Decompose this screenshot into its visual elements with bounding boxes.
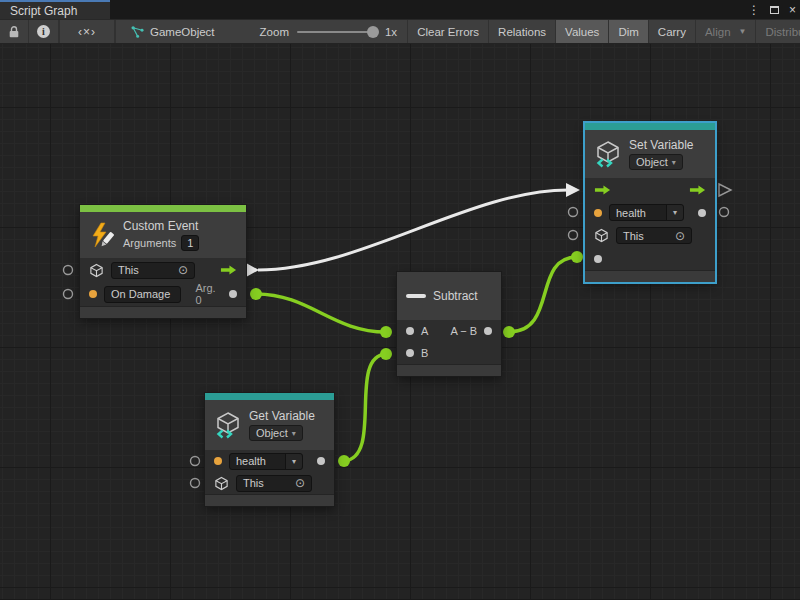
button-label: Carry: [658, 26, 686, 38]
subtract-icon: [406, 294, 426, 298]
variable-icon: [594, 140, 622, 168]
variable-scope-dropdown[interactable]: Object ▾: [249, 425, 303, 441]
value-wire-subtract-to-set[interactable]: [509, 257, 577, 332]
code-icon: ‹×›: [78, 25, 96, 39]
variable-name-dropdown[interactable]: health ▾: [229, 453, 303, 470]
outer-port[interactable]: [569, 208, 578, 217]
variable-target-field[interactable]: This ⊙: [236, 475, 312, 492]
info-button[interactable]: i: [29, 20, 59, 43]
node-title: Custom Event: [123, 219, 199, 233]
graph-toolbar: i ‹×› GameObject Zoom 1x Clear Errors Re…: [0, 19, 800, 44]
field-value: On Damage: [111, 288, 170, 300]
node-get-variable[interactable]: Get Variable Object ▾ health ▾: [205, 393, 334, 506]
arguments-label: Arguments: [123, 237, 176, 249]
chevron-down-icon: ▾: [672, 158, 676, 167]
lock-icon: [8, 25, 20, 39]
output-label: A − B: [450, 325, 477, 337]
outer-port[interactable]: [569, 231, 578, 240]
value-output-port[interactable]: [317, 457, 325, 465]
relations-button[interactable]: Relations: [489, 20, 556, 43]
zoom-slider[interactable]: [297, 31, 377, 33]
value-wire-arg-to-a[interactable]: [256, 294, 386, 332]
variable-scope-dropdown[interactable]: Object ▾: [629, 154, 683, 170]
maximize-icon[interactable]: [770, 6, 779, 14]
edit-graph-button[interactable]: ‹×›: [60, 20, 115, 43]
field-value: This: [623, 230, 644, 242]
outer-port[interactable]: [64, 290, 73, 299]
node-colorbar: [205, 393, 334, 400]
value-output-port[interactable]: [698, 209, 706, 217]
field-value: This: [118, 264, 139, 276]
zoom-slider-knob[interactable]: [367, 26, 379, 38]
input-a-label: A: [421, 325, 428, 337]
button-label: Distribute: [765, 26, 800, 38]
zoom-control: Zoom 1x: [250, 20, 409, 43]
node-footer: [80, 306, 246, 318]
event-target-field[interactable]: This ⊙: [111, 262, 195, 279]
zoom-value: 1x: [385, 26, 397, 38]
node-footer: [397, 364, 501, 376]
menu-icon[interactable]: ⋮: [748, 4, 760, 16]
variable-name-dropdown[interactable]: health ▾: [609, 204, 684, 221]
arg0-output-port[interactable]: [229, 290, 237, 298]
gameobject-cube-icon: [89, 263, 104, 278]
arg0-label: Arg. 0: [195, 282, 222, 306]
graph-target-button[interactable]: GameObject: [116, 20, 224, 43]
values-button[interactable]: Values: [556, 20, 609, 43]
outer-port[interactable]: [191, 479, 200, 488]
graph-canvas[interactable]: Custom Event Arguments 1 This ⊙: [0, 44, 800, 599]
flow-wire[interactable]: [258, 190, 568, 270]
clear-errors-button[interactable]: Clear Errors: [408, 20, 489, 43]
field-value: health: [230, 454, 272, 468]
wire-endpoint: [571, 251, 583, 263]
arguments-count-field[interactable]: 1: [181, 235, 199, 251]
lock-button[interactable]: [0, 20, 29, 43]
outer-port[interactable]: [720, 208, 729, 217]
object-picker-icon[interactable]: ⊙: [295, 477, 305, 489]
object-picker-icon[interactable]: ⊙: [675, 230, 685, 242]
node-title: Set Variable: [629, 138, 693, 152]
button-label: Values: [565, 26, 599, 38]
graph-icon: [130, 25, 145, 39]
tab-script-graph[interactable]: Script Graph: [0, 0, 110, 19]
tab-bar: Script Graph ⋮ ×: [0, 0, 800, 19]
outer-flow-port[interactable]: [719, 184, 731, 196]
result-output-port[interactable]: [484, 327, 492, 335]
wire-endpoint: [380, 326, 392, 338]
flow-out-arrow[interactable]: [689, 184, 706, 196]
event-name-field[interactable]: On Damage: [104, 286, 181, 303]
field-value: health: [610, 206, 652, 220]
gameobject-cube-icon: [214, 476, 229, 491]
distribute-button[interactable]: Distribute ▼: [756, 20, 800, 43]
input-a-port[interactable]: [406, 327, 414, 335]
value-wire-get-to-b[interactable]: [344, 354, 386, 461]
flow-out-arrow[interactable]: [220, 264, 237, 276]
object-picker-icon[interactable]: ⊙: [178, 264, 188, 276]
dim-button[interactable]: Dim: [609, 20, 648, 43]
input-b-port[interactable]: [406, 349, 414, 357]
tab-title: Script Graph: [10, 4, 77, 18]
event-port[interactable]: [89, 290, 97, 298]
variable-target-field[interactable]: This ⊙: [616, 227, 692, 244]
outer-port[interactable]: [191, 457, 200, 466]
node-footer: [585, 270, 715, 282]
script-graph-window: Script Graph ⋮ × i ‹×›: [0, 0, 800, 600]
node-set-variable[interactable]: Set Variable Object ▾: [585, 123, 715, 282]
scope-value: Object: [256, 427, 288, 439]
flow-in-arrow[interactable]: [594, 184, 611, 196]
variable-port[interactable]: [214, 457, 222, 465]
align-button[interactable]: Align ▼: [696, 20, 757, 43]
variable-port[interactable]: [594, 209, 602, 217]
outer-port[interactable]: [64, 266, 73, 275]
node-colorbar: [585, 123, 715, 130]
button-label: Align: [705, 26, 731, 38]
new-value-input-port[interactable]: [594, 255, 602, 263]
carry-button[interactable]: Carry: [649, 20, 696, 43]
node-subtract[interactable]: Subtract A A − B B: [397, 272, 501, 376]
variable-icon: [214, 411, 242, 439]
node-custom-event[interactable]: Custom Event Arguments 1 This ⊙: [80, 205, 246, 318]
close-icon[interactable]: ×: [789, 4, 796, 16]
zoom-label: Zoom: [260, 26, 289, 38]
chevron-down-icon: ▾: [285, 454, 302, 469]
node-title: Get Variable: [249, 409, 315, 423]
